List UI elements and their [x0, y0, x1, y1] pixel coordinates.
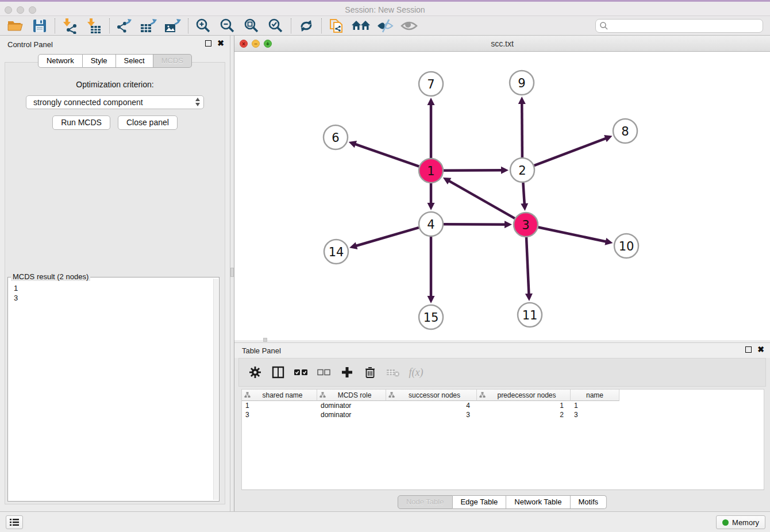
- float-panel-icon[interactable]: [205, 40, 211, 47]
- graph-edge-1-2[interactable]: [444, 170, 503, 171]
- app-titlebar: Session: New Session: [0, 0, 770, 16]
- network-window-titlebar[interactable]: × – + scc.txt: [234, 36, 770, 52]
- graph-node-1[interactable]: 1: [419, 159, 443, 183]
- cell-mcds-role[interactable]: dominator: [317, 401, 386, 410]
- graph-node-10[interactable]: 10: [614, 234, 638, 258]
- mcds-result-list[interactable]: 1 3: [8, 277, 219, 303]
- table-row[interactable]: 3 dominator 3 2 3: [242, 410, 764, 419]
- table-toolbar: f(x): [238, 358, 766, 387]
- column-header-shared-name[interactable]: shared name: [242, 390, 317, 401]
- graph-edge-4-3[interactable]: [444, 224, 506, 225]
- mcds-result-line: 3: [14, 293, 213, 303]
- zoom-fit-icon[interactable]: [240, 17, 264, 34]
- tab-select[interactable]: Select: [116, 54, 153, 68]
- graph-node-3[interactable]: 3: [514, 213, 538, 237]
- attribute-tree-icon: [479, 392, 486, 398]
- export-table-icon[interactable]: [137, 17, 161, 34]
- cell-name[interactable]: 3: [571, 410, 619, 419]
- graph-edge-2-9[interactable]: [522, 102, 522, 157]
- graph-edge-4-14[interactable]: [355, 228, 419, 246]
- zoom-in-icon[interactable]: [191, 17, 215, 34]
- graph-edge-1-6[interactable]: [354, 144, 419, 167]
- column-header-mcds-role[interactable]: MCDS role: [317, 390, 386, 401]
- graph-edge-3-1[interactable]: [448, 180, 515, 218]
- graph-node-15[interactable]: 15: [419, 305, 443, 329]
- copy-network-icon[interactable]: [325, 17, 349, 34]
- graph-node-9[interactable]: 9: [510, 71, 534, 95]
- search-input[interactable]: [595, 19, 763, 33]
- zoom-out-icon[interactable]: [215, 17, 240, 34]
- graph-node-6[interactable]: 6: [324, 125, 348, 149]
- save-session-icon[interactable]: [28, 17, 52, 34]
- tab-mcds[interactable]: MCDS: [153, 54, 192, 68]
- graph-edge-2-3[interactable]: [523, 183, 524, 205]
- export-network-icon[interactable]: [113, 17, 137, 34]
- column-panel-icon[interactable]: [269, 363, 287, 381]
- tab-motifs[interactable]: Motifs: [570, 495, 607, 509]
- graph-edge-3-11[interactable]: [526, 237, 529, 295]
- tab-network-table[interactable]: Network Table: [506, 495, 570, 509]
- column-header-predecessor-nodes[interactable]: predecessor nodes: [477, 390, 571, 401]
- column-header-successor-nodes[interactable]: successor nodes: [386, 390, 477, 401]
- arrowhead-icon: [505, 221, 512, 228]
- node-label: 2: [518, 164, 526, 178]
- close-panel-icon[interactable]: ✖: [217, 40, 224, 47]
- delete-column-icon[interactable]: [361, 363, 379, 381]
- close-table-panel-icon[interactable]: ✖: [757, 346, 764, 353]
- export-image-icon[interactable]: [161, 17, 185, 34]
- deselect-all-icon[interactable]: [315, 363, 333, 381]
- cell-predecessor-nodes[interactable]: 2: [477, 410, 571, 419]
- refresh-icon[interactable]: [294, 17, 318, 34]
- arrowhead-icon: [521, 203, 528, 211]
- graph-node-14[interactable]: 14: [324, 240, 348, 264]
- home-icon[interactable]: [349, 17, 373, 34]
- cell-shared-name[interactable]: 1: [242, 401, 317, 410]
- column-header-name[interactable]: name: [571, 390, 619, 401]
- result-scrollbar[interactable]: [213, 279, 218, 500]
- control-panel: Control Panel ✖ Network Style Select MCD…: [0, 36, 230, 511]
- graph-node-11[interactable]: 11: [518, 303, 542, 327]
- show-all-icon[interactable]: [397, 17, 421, 34]
- tab-style[interactable]: Style: [83, 54, 116, 68]
- add-column-icon[interactable]: [338, 363, 356, 381]
- memory-button[interactable]: Memory: [716, 515, 765, 529]
- graph-edge-2-8[interactable]: [534, 138, 607, 165]
- mcds-result-box: MCDS result (2 nodes) 1 3: [7, 277, 220, 502]
- panel-splitter[interactable]: [230, 36, 234, 511]
- table-row[interactable]: 1 dominator 4 1 1: [242, 401, 764, 410]
- tab-edge-table[interactable]: Edge Table: [452, 495, 506, 509]
- cell-successor-nodes[interactable]: 3: [386, 410, 477, 419]
- network-canvas[interactable]: 7968124314101511: [234, 52, 770, 340]
- cell-successor-nodes[interactable]: 4: [386, 401, 477, 410]
- import-network-icon[interactable]: [58, 17, 82, 34]
- graph-node-4[interactable]: 4: [419, 212, 443, 236]
- cell-name[interactable]: 1: [571, 401, 619, 410]
- run-mcds-button[interactable]: Run MCDS: [52, 115, 110, 130]
- cell-shared-name[interactable]: 3: [242, 410, 317, 419]
- splitter-grip[interactable]: [230, 268, 234, 277]
- graph-node-8[interactable]: 8: [613, 119, 637, 143]
- select-all-icon[interactable]: [292, 363, 310, 381]
- criterion-select[interactable]: strongly connected component: [26, 95, 204, 109]
- graph-node-7[interactable]: 7: [419, 72, 443, 96]
- canvas-resize-grip[interactable]: [263, 338, 267, 342]
- status-bar: Memory: [0, 511, 770, 532]
- graph-edge-3-10[interactable]: [538, 228, 607, 242]
- tab-node-table[interactable]: Node Table: [398, 495, 453, 509]
- tab-network[interactable]: Network: [38, 54, 83, 68]
- zoom-selected-icon[interactable]: [264, 17, 288, 34]
- graph-node-2[interactable]: 2: [510, 158, 534, 182]
- open-session-icon[interactable]: [3, 17, 28, 34]
- cell-predecessor-nodes[interactable]: 1: [477, 401, 571, 410]
- close-panel-button[interactable]: Close panel: [118, 115, 178, 130]
- import-table-icon[interactable]: [82, 17, 106, 34]
- float-table-panel-icon[interactable]: [745, 346, 752, 353]
- hide-selected-icon[interactable]: [373, 17, 397, 34]
- task-history-button[interactable]: [6, 515, 23, 529]
- function-builder-icon[interactable]: f(x): [407, 363, 425, 381]
- delete-table-icon[interactable]: [384, 363, 402, 381]
- cell-mcds-role[interactable]: dominator: [317, 410, 386, 419]
- gear-icon[interactable]: [246, 363, 264, 381]
- arrowhead-icon: [349, 242, 357, 249]
- list-icon: [9, 518, 20, 526]
